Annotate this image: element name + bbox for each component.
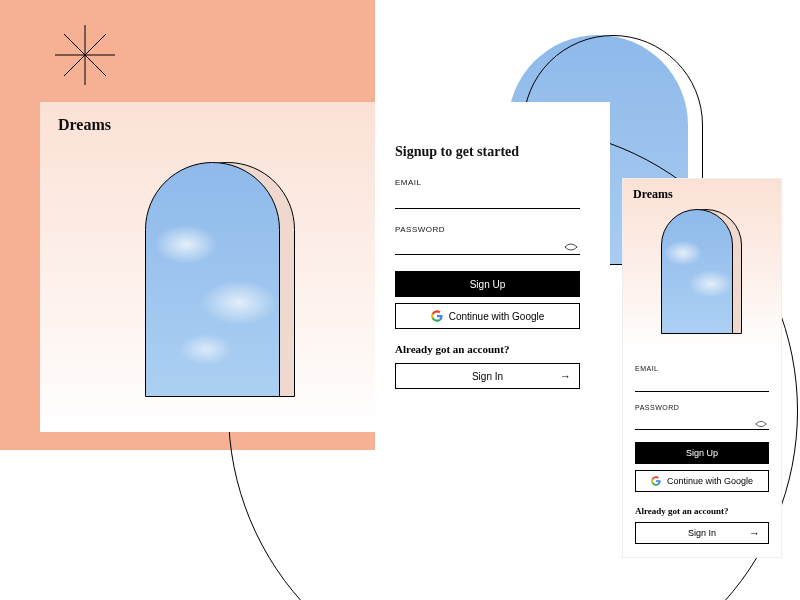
signup-button[interactable]: Sign Up bbox=[395, 271, 580, 297]
email-label-mobile: EMAIL bbox=[635, 365, 769, 372]
arch-window-illustration bbox=[145, 162, 295, 397]
form-heading: Signup to get started bbox=[395, 144, 580, 160]
google-signup-button[interactable]: Continue with Google bbox=[395, 303, 580, 329]
email-input[interactable] bbox=[395, 191, 580, 209]
eye-icon-mobile[interactable] bbox=[755, 414, 767, 422]
password-label: PASSWORD bbox=[395, 225, 580, 234]
signup-button-label: Sign Up bbox=[470, 279, 506, 290]
already-account-text: Already got an account? bbox=[395, 343, 580, 355]
email-label: EMAIL bbox=[395, 178, 580, 187]
password-label-mobile: PASSWORD bbox=[635, 404, 769, 411]
brand-logo: Dreams bbox=[58, 116, 111, 134]
google-signup-button-mobile[interactable]: Continue with Google bbox=[635, 470, 769, 492]
signup-form-mobile: EMAIL PASSWORD Sign Up Continue with Goo… bbox=[623, 351, 781, 544]
signup-button-label-mobile: Sign Up bbox=[686, 448, 718, 458]
arrow-right-icon: → bbox=[560, 370, 571, 382]
signin-button-mobile[interactable]: Sign In → bbox=[635, 522, 769, 544]
arrow-right-icon-mobile: → bbox=[749, 527, 760, 539]
brand-logo-mobile: Dreams bbox=[633, 187, 673, 202]
signup-card-desktop: Dreams Signup to get started EMAIL PASSW… bbox=[40, 102, 610, 432]
signup-button-mobile[interactable]: Sign Up bbox=[635, 442, 769, 464]
google-button-label-mobile: Continue with Google bbox=[667, 476, 753, 486]
arch-window-illustration-mobile bbox=[661, 209, 746, 337]
signin-button[interactable]: Sign In → bbox=[395, 363, 580, 389]
google-icon bbox=[431, 310, 443, 322]
hero-panel: Dreams bbox=[40, 102, 375, 432]
password-input-mobile[interactable] bbox=[635, 416, 769, 430]
signup-form: Signup to get started EMAIL PASSWORD Sig… bbox=[375, 102, 610, 432]
email-input-mobile[interactable] bbox=[635, 378, 769, 392]
hero-panel-mobile: Dreams bbox=[623, 179, 781, 351]
eye-icon[interactable] bbox=[564, 238, 578, 248]
already-account-text-mobile: Already got an account? bbox=[635, 506, 769, 516]
google-icon-mobile bbox=[651, 476, 661, 486]
signin-button-label: Sign In bbox=[472, 371, 503, 382]
google-button-label: Continue with Google bbox=[449, 311, 545, 322]
signin-button-label-mobile: Sign In bbox=[688, 528, 716, 538]
signup-card-mobile: Dreams EMAIL PASSWORD Sign Up bbox=[622, 178, 782, 558]
password-input[interactable] bbox=[395, 237, 580, 255]
asterisk-icon bbox=[55, 25, 115, 85]
